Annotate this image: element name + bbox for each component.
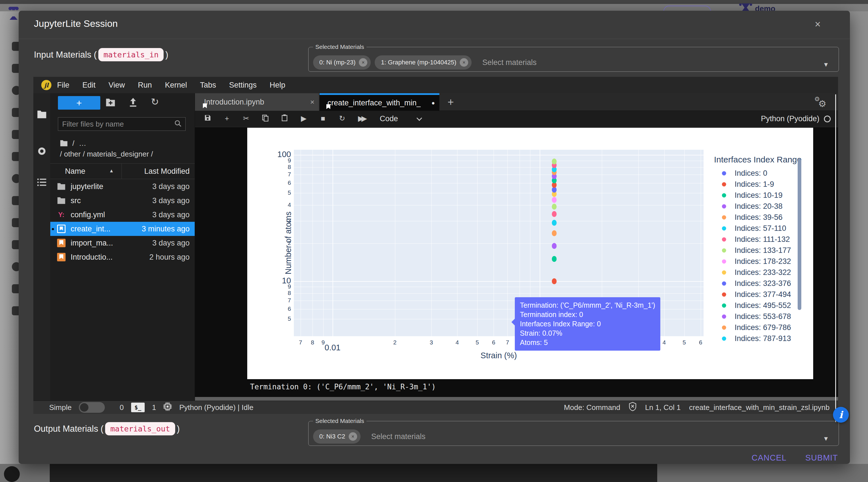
menu-item-view[interactable]: View [108, 81, 125, 90]
menu-item-tabs[interactable]: Tabs [200, 81, 216, 90]
legend-entry[interactable]: Indices: 133-177 [722, 246, 791, 255]
select-materials-placeholder[interactable]: Select materials [482, 58, 536, 67]
new-launcher-button[interactable]: + [58, 96, 100, 109]
notebook-icon [57, 239, 66, 247]
legend-entry[interactable]: Indices: 57-110 [722, 224, 786, 233]
legend-entry[interactable]: Indices: 323-376 [722, 279, 791, 288]
editor-mode-label[interactable]: Mode: Command [564, 403, 620, 412]
chip-remove-icon[interactable]: × [460, 58, 468, 67]
x-tick-label: 7 [299, 339, 302, 346]
file-filter-box[interactable] [58, 117, 186, 131]
chevron-down-icon[interactable]: ▼ [823, 61, 829, 68]
file-row-import-ma-[interactable]: import_ma...3 days ago [50, 236, 195, 250]
legend-label: Indices: 111-132 [735, 235, 790, 244]
legend-entry[interactable]: Indices: 495-552 [722, 301, 791, 310]
breadcrumb-root[interactable]: / [72, 139, 74, 148]
menu-item-settings[interactable]: Settings [229, 81, 257, 90]
legend-dot-icon [722, 248, 726, 253]
tab-introduction[interactable]: Introduction.ipynb × [195, 93, 319, 111]
legend-entry[interactable]: Indices: 0 [722, 169, 767, 178]
info-button[interactable]: i [833, 407, 849, 423]
trust-shield-icon[interactable] [629, 402, 637, 413]
breadcrumb[interactable]: / … / other / materials_designer / [60, 138, 153, 159]
legend-entry[interactable]: Indices: 233-322 [722, 268, 791, 277]
sort-ascending-icon: ▲ [109, 168, 114, 174]
legend-entry[interactable]: Indices: 679-786 [722, 323, 791, 332]
breadcrumb-ellipsis[interactable]: … [79, 139, 86, 148]
file-row-introductio-[interactable]: Introductio...2 hours ago [50, 250, 195, 264]
run-icon[interactable]: ▶ [299, 114, 309, 124]
upload-icon[interactable] [128, 98, 138, 108]
legend-entry[interactable]: Indices: 1-9 [722, 180, 774, 189]
tab-label[interactable]: create_interface_with_min_ [328, 99, 421, 107]
tab-label[interactable]: Introduction.ipynb [204, 98, 264, 106]
legend-label: Indices: 133-177 [735, 246, 791, 255]
refresh-icon[interactable]: ↻ [151, 96, 159, 107]
kernel-status-label[interactable]: Python (Pyodide) | Idle [179, 403, 253, 412]
paste-icon[interactable] [280, 114, 289, 124]
cursor-position-label[interactable]: Ln 1, Col 1 [645, 403, 681, 412]
save-icon[interactable] [203, 114, 213, 124]
menu-item-help[interactable]: Help [270, 81, 285, 90]
cancel-button[interactable]: CANCEL [752, 453, 786, 462]
material-chip[interactable]: 0: Ni (mp-23)× [313, 55, 371, 69]
file-filter-input[interactable] [58, 120, 174, 129]
submit-button[interactable]: SUBMIT [805, 453, 838, 462]
close-icon[interactable]: × [810, 17, 826, 32]
legend-entry[interactable]: Indices: 111-132 [722, 235, 790, 244]
chip-remove-icon[interactable]: × [359, 58, 367, 67]
legend-dot-icon [722, 315, 726, 319]
running-sessions-icon[interactable] [38, 148, 45, 155]
chevron-down-icon[interactable] [416, 115, 422, 121]
legend-entry[interactable]: Indices: 20-38 [722, 202, 783, 211]
output-materials-select[interactable]: Selected Materials 0: Ni3 C2×Select mate… [308, 418, 839, 446]
file-row-jupyterlite[interactable]: jupyterlite3 days ago [50, 180, 195, 194]
legend-entry[interactable]: Indices: 39-56 [722, 213, 783, 222]
column-last-modified[interactable]: Last Modified [144, 167, 190, 176]
material-chip[interactable]: 1: Graphene (mp-1040425)× [375, 55, 472, 69]
cut-icon[interactable]: ✂ [241, 114, 251, 124]
file-list-header[interactable]: Name ▲ Last Modified [50, 163, 195, 179]
tab-create-interface[interactable]: create_interface_with_min_ ● [319, 93, 439, 111]
legend-entry[interactable]: Indices: 787-913 [722, 334, 791, 343]
add-icon[interactable]: + [222, 114, 232, 124]
terminal-icon[interactable]: $_ [131, 403, 145, 412]
new-folder-icon[interactable] [106, 98, 115, 108]
chip-remove-icon[interactable]: × [349, 432, 357, 441]
fast-forward-icon[interactable]: ▶▶ [356, 114, 366, 124]
input-materials-select[interactable]: Selected Materials 0: Ni (mp-23)×1: Grap… [308, 43, 839, 72]
chevron-down-icon[interactable]: ▼ [823, 435, 829, 443]
file-row-create-int-[interactable]: ●create_int...3 minutes ago [50, 222, 195, 236]
legend-entry[interactable]: Indices: 553-678 [722, 312, 791, 321]
file-browser-icon[interactable] [37, 110, 46, 120]
add-tab-button[interactable]: + [444, 95, 458, 109]
legend-dot-icon [722, 336, 726, 341]
select-materials-placeholder[interactable]: Select materials [371, 432, 426, 441]
copy-icon[interactable] [260, 114, 270, 124]
file-row-config-yml[interactable]: Y:config.yml3 days ago [50, 208, 195, 222]
tab-close-icon[interactable]: × [310, 98, 314, 106]
column-name[interactable]: Name [65, 167, 85, 176]
legend-entry[interactable]: Indices: 377-494 [722, 290, 791, 299]
legend-entry[interactable]: Indices: 178-232 [722, 257, 791, 266]
legend-entry[interactable]: Indices: 10-19 [722, 191, 783, 200]
horizontal-scrollbar[interactable] [195, 397, 838, 400]
file-row-src[interactable]: src3 days ago [50, 194, 195, 208]
menu-item-kernel[interactable]: Kernel [165, 81, 187, 90]
kernel-name-label[interactable]: Python (Pyodide) [761, 115, 819, 123]
breadcrumb-path[interactable]: / other / materials_designer / [60, 150, 153, 159]
material-chip[interactable]: 0: Ni3 C2× [313, 429, 361, 444]
menu-item-edit[interactable]: Edit [83, 81, 96, 90]
home-folder-icon [60, 140, 68, 147]
table-of-contents-icon[interactable] [37, 178, 46, 188]
stop-icon[interactable]: ■ [318, 114, 328, 124]
kernels-count[interactable]: 1 [152, 403, 156, 412]
cell-type-dropdown[interactable]: Code [380, 115, 398, 123]
menu-item-file[interactable]: File [57, 81, 69, 90]
menu-item-run[interactable]: Run [138, 81, 152, 90]
terminals-count[interactable]: 0 [120, 403, 123, 412]
simple-mode-toggle[interactable] [79, 402, 105, 413]
legend-scrollbar[interactable] [798, 159, 801, 310]
restart-icon[interactable]: ↻ [337, 114, 347, 124]
file-modified: 3 days ago [152, 182, 190, 191]
